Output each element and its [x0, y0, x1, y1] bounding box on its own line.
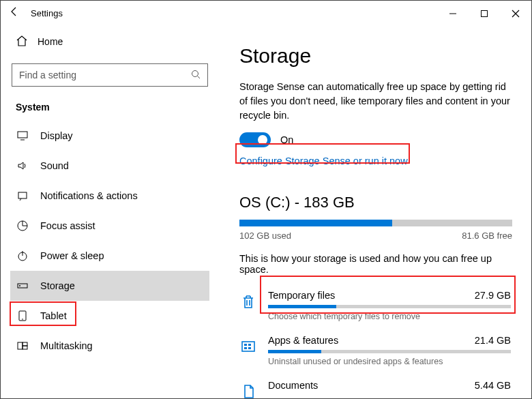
display-icon: [16, 129, 29, 143]
window-title: Settings: [28, 8, 63, 18]
sidebar-item-label: Power & sleep: [40, 250, 104, 261]
sidebar-item-display[interactable]: Display: [10, 121, 209, 151]
sidebar-item-multitasking[interactable]: Multitasking: [10, 331, 209, 361]
sidebar-item-tablet[interactable]: Tablet: [10, 301, 209, 331]
sidebar-item-label: Focus assist: [40, 220, 95, 231]
drive-heading: OS (C:) - 183 GB: [239, 194, 511, 211]
storage-sense-toggle-label: On: [280, 134, 293, 145]
search-input[interactable]: Find a setting: [12, 63, 208, 87]
svg-point-10: [19, 285, 20, 286]
home-link[interactable]: Home: [10, 28, 209, 55]
svg-rect-19: [244, 347, 247, 349]
drive-usage-fill: [239, 220, 392, 226]
storage-sense-description: Storage Sense can automatically free up …: [239, 80, 511, 123]
sound-icon: [16, 159, 29, 173]
apps-icon: [239, 338, 257, 355]
sidebar-item-notifications[interactable]: Notifications & actions: [10, 181, 209, 211]
sidebar-item-label: Storage: [40, 280, 75, 291]
category-subtext: Choose which temporary files to remove: [268, 312, 511, 321]
sidebar-item-label: Sound: [40, 160, 69, 171]
svg-rect-18: [248, 344, 251, 346]
configure-storage-sense-link[interactable]: Configure Storage Sense or run it now: [239, 156, 408, 166]
category-bar: [268, 350, 511, 353]
svg-rect-13: [18, 342, 23, 349]
svg-rect-20: [248, 347, 251, 349]
category-name: Temporary files: [268, 290, 335, 301]
category-subtext: Uninstall unused or undesired apps & fea…: [268, 357, 511, 366]
category-name: Apps & features: [268, 335, 338, 346]
svg-rect-15: [23, 346, 27, 349]
category-name: Documents: [268, 380, 318, 391]
sidebar-item-power-sleep[interactable]: Power & sleep: [10, 241, 209, 271]
storage-category-temporary-files[interactable]: Temporary files 27.9 GB Choose which tem…: [239, 286, 511, 324]
svg-point-12: [22, 319, 23, 320]
sidebar-item-label: Notifications & actions: [40, 190, 138, 201]
home-label: Home: [38, 36, 63, 47]
category-size: 21.4 GB: [475, 335, 511, 346]
sidebar-item-storage[interactable]: Storage: [10, 271, 209, 301]
page-title: Storage: [239, 44, 511, 68]
multitasking-icon: [16, 339, 29, 353]
trash-icon: [239, 293, 257, 310]
minimize-button[interactable]: [437, 1, 469, 25]
sidebar-item-label: Tablet: [40, 310, 67, 321]
category-bar: [268, 305, 511, 308]
power-icon: [16, 249, 29, 263]
sidebar-item-label: Display: [40, 130, 73, 141]
sidebar-item-label: Multitasking: [40, 340, 93, 351]
search-placeholder: Find a setting: [19, 70, 191, 80]
close-button[interactable]: [500, 1, 531, 25]
tablet-icon: [16, 309, 29, 323]
svg-rect-4: [18, 132, 27, 138]
storage-icon: [16, 279, 29, 293]
svg-rect-14: [23, 342, 27, 346]
svg-rect-17: [244, 344, 247, 346]
documents-icon: [239, 383, 257, 398]
main-pane: Storage Storage Sense can automatically …: [219, 25, 531, 398]
focus-icon: [16, 219, 29, 233]
category-size: 5.44 GB: [475, 380, 511, 391]
titlebar: Settings: [1, 1, 531, 25]
svg-line-3: [198, 76, 201, 78]
category-size: 27.9 GB: [475, 290, 511, 301]
drive-usage-bar: [239, 220, 512, 226]
svg-rect-16: [242, 342, 254, 351]
back-button[interactable]: [1, 1, 28, 25]
svg-rect-1: [482, 11, 488, 17]
sidebar-item-focus-assist[interactable]: Focus assist: [10, 211, 209, 241]
storage-category-documents[interactable]: Documents 5.44 GB: [239, 376, 511, 398]
sidebar-category: System: [10, 98, 209, 121]
sidebar-item-sound[interactable]: Sound: [10, 151, 209, 181]
notifications-icon: [16, 189, 29, 203]
storage-category-apps-features[interactable]: Apps & features 21.4 GB Uninstall unused…: [239, 331, 511, 369]
storage-sense-toggle[interactable]: [239, 132, 271, 147]
sidebar: Home Find a setting System Display Sound…: [1, 25, 219, 398]
search-icon: [191, 70, 201, 81]
drive-free-label: 81.6 GB free: [462, 231, 512, 241]
drive-usage-labels: 102 GB used 81.6 GB free: [239, 231, 512, 241]
svg-rect-6: [18, 192, 27, 198]
drive-used-label: 102 GB used: [239, 231, 291, 241]
storage-intro: This is how your storage is used and how…: [239, 253, 511, 275]
home-icon: [16, 35, 28, 49]
svg-point-2: [192, 70, 198, 76]
maximize-button[interactable]: [469, 1, 500, 25]
